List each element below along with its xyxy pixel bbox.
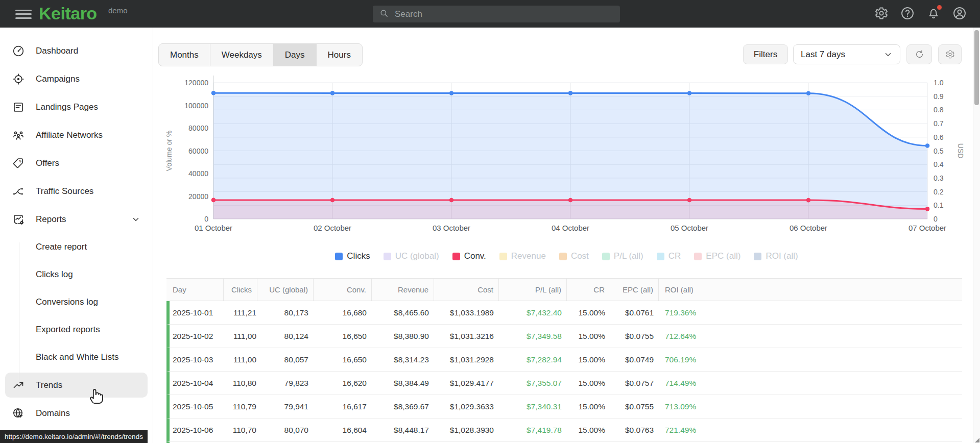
cell-cr: 15.00%	[567, 372, 610, 395]
cell-roi: 712.64%	[659, 325, 962, 348]
help-icon[interactable]	[900, 6, 916, 21]
sidebar-item-label: Campaigns	[36, 74, 80, 84]
sidebar-item-offers[interactable]: $Offers	[0, 149, 153, 177]
column-header-cr: CR	[567, 279, 610, 301]
table-row: 2025-10-02111,0080,12416,650$8,380.90$1,…	[166, 325, 962, 348]
sidebar-item-trends[interactable]: Trends	[5, 373, 148, 398]
vertical-scrollbar	[973, 28, 980, 443]
cell-cr: 15.00%	[567, 348, 610, 371]
cell-conv: 16,650	[314, 325, 372, 348]
user-account-icon[interactable]	[952, 6, 968, 21]
cell-clicks: 111,00	[224, 325, 257, 348]
svg-text:20000: 20000	[188, 192, 208, 201]
date-range-select[interactable]: Last 7 days	[793, 44, 900, 64]
refresh-button[interactable]	[906, 44, 932, 64]
sidebar-subitem-label: Exported reports	[36, 325, 100, 335]
submenu-guide-line	[19, 242, 19, 380]
filters-button[interactable]: Filters	[743, 44, 788, 64]
svg-text:0: 0	[204, 215, 208, 223]
sidebar-item-traffic-sources[interactable]: Traffic Sources	[0, 177, 153, 205]
sidebar-subitem-clicks-log[interactable]: Clicks log	[0, 261, 153, 288]
search-box[interactable]	[373, 6, 620, 22]
legend-item-revenue[interactable]: Revenue	[499, 251, 546, 261]
svg-text:05 October: 05 October	[671, 224, 708, 232]
chart-legend: ClicksUC (global)Conv.RevenueCostP/L (al…	[153, 251, 980, 261]
search-input[interactable]	[394, 9, 600, 20]
cell-pl: $7,340.31	[499, 395, 567, 418]
cell-revenue: $8,380.90	[372, 325, 434, 348]
tab-days[interactable]: Days	[274, 44, 317, 66]
cell-roi: 719.36%	[659, 301, 962, 324]
search-icon	[373, 9, 394, 20]
sidebar-item-label: Affiliate Networks	[36, 130, 103, 140]
sidebar-subitem-exported-reports[interactable]: Exported reports	[0, 316, 153, 343]
sidebar-item-landings-pages[interactable]: Landings Pages	[0, 93, 153, 121]
cell-cost: $1,029.3633	[434, 395, 499, 418]
brand-logo[interactable]: Keitaro	[39, 4, 97, 23]
legend-item-p-l-all[interactable]: P/L (all)	[602, 251, 643, 261]
chevron-down-icon	[883, 50, 893, 59]
notifications-bell-icon[interactable]	[926, 6, 942, 21]
legend-item-clicks[interactable]: Clicks	[335, 251, 370, 261]
affiliate-networks-icon	[12, 129, 25, 141]
settings-gear-icon[interactable]	[874, 6, 890, 21]
svg-text:0.9: 0.9	[934, 92, 944, 101]
trends-table: DayClicksUC (global)Conv.RevenueCostP/L …	[166, 278, 962, 443]
column-header-conv: Conv.	[314, 279, 372, 301]
sidebar-item-reports[interactable]: Reports	[0, 205, 153, 233]
sidebar-item-affiliate-networks[interactable]: Affiliate Networks	[0, 121, 153, 149]
legend-item-epc-all[interactable]: EPC (all)	[694, 251, 740, 261]
menu-icon[interactable]	[15, 7, 32, 20]
cell-clicks: 111,00	[224, 348, 257, 371]
cell-pl: $7,419.78	[499, 419, 567, 441]
legend-label: Revenue	[511, 251, 546, 261]
svg-text:80000: 80000	[188, 124, 208, 132]
scrollbar-corner	[975, 438, 979, 442]
svg-text:06 October: 06 October	[790, 224, 827, 232]
column-header-clicks: Clicks	[224, 279, 257, 301]
table-header-row: DayClicksUC (global)Conv.RevenueCostP/L …	[166, 279, 962, 301]
cell-cr: 15.00%	[567, 395, 610, 418]
legend-item-roi-all[interactable]: ROI (all)	[754, 251, 798, 261]
campaigns-icon	[12, 73, 25, 85]
sidebar-item-domains[interactable]: Domains	[0, 399, 153, 427]
cell-epc: $0.0761	[610, 301, 659, 324]
cell-day: 2025-10-02	[170, 325, 224, 348]
sidebar-subitem-black-and-white-lists[interactable]: Black and White Lists	[0, 343, 153, 371]
trends-chart: 1200001000008000060000400002000001.00.90…	[153, 66, 980, 240]
legend-swatch	[384, 253, 391, 260]
tab-months[interactable]: Months	[159, 44, 210, 66]
sidebar-subitem-create-report[interactable]: Create report	[0, 233, 153, 261]
svg-text:0.4: 0.4	[934, 160, 944, 168]
cell-uc: 79,941	[257, 395, 314, 418]
legend-item-conv[interactable]: Conv.	[452, 251, 486, 261]
legend-label: UC (global)	[395, 251, 439, 261]
cell-conv: 16,650	[314, 348, 372, 371]
cell-day: 2025-10-06	[170, 419, 224, 441]
svg-text:0.3: 0.3	[934, 174, 944, 182]
cell-uc: 79,823	[257, 372, 314, 395]
scrollbar-thumb[interactable]	[974, 30, 979, 105]
legend-label: EPC (all)	[706, 251, 740, 261]
svg-text:40000: 40000	[188, 169, 208, 178]
cell-clicks: 110,80	[224, 372, 257, 395]
legend-item-uc-global[interactable]: UC (global)	[384, 251, 439, 261]
sidebar-subitem-label: Conversions log	[36, 297, 98, 307]
tab-weekdays[interactable]: Weekdays	[210, 44, 274, 66]
legend-item-cr[interactable]: CR	[657, 251, 681, 261]
tab-hours[interactable]: Hours	[317, 44, 362, 66]
legend-item-cost[interactable]: Cost	[559, 251, 589, 261]
legend-label: Cost	[571, 251, 589, 261]
sidebar-item-label: Reports	[36, 214, 66, 225]
sidebar-item-campaigns[interactable]: Campaigns	[0, 65, 153, 93]
cell-epc: $0.0755	[610, 325, 659, 348]
sidebar-subitem-conversions-log[interactable]: Conversions log	[0, 288, 153, 316]
cell-epc: $0.0757	[610, 372, 659, 395]
legend-swatch	[694, 253, 702, 260]
svg-text:0.7: 0.7	[934, 119, 944, 128]
cell-roi: 721.49%	[659, 419, 962, 441]
chart-settings-button[interactable]	[938, 44, 962, 64]
legend-label: Clicks	[347, 251, 370, 261]
sidebar-item-dashboard[interactable]: Dashboard	[0, 37, 153, 65]
cell-cr: 15.00%	[567, 419, 610, 441]
